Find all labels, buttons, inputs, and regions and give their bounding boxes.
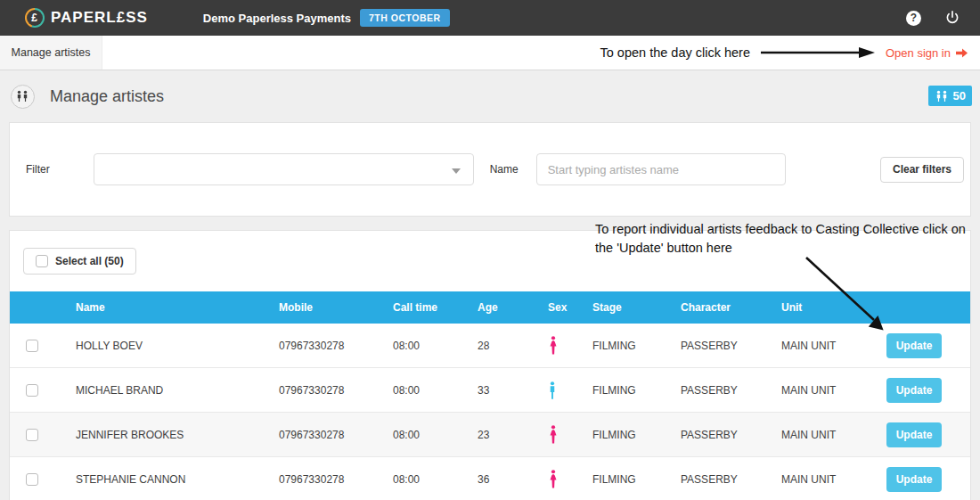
column-header-age: Age <box>456 301 512 314</box>
name-search-input[interactable] <box>536 153 786 185</box>
artist-age: 33 <box>456 384 512 397</box>
artist-name: STEPHANIE CANNON <box>54 473 257 486</box>
power-icon[interactable] <box>944 10 960 26</box>
row-checkbox[interactable] <box>26 429 38 441</box>
artist-unit: MAIN UNIT <box>760 384 858 397</box>
artist-name: JENNIFER BROOKES <box>54 429 257 441</box>
artist-unit: MAIN UNIT <box>760 473 858 486</box>
table-row: MICHAEL BRAND 07967330278 08:00 33 FILMI… <box>10 368 970 413</box>
paperless-pound-icon: £ <box>25 8 45 28</box>
update-button[interactable]: Update <box>886 378 943 403</box>
name-label: Name <box>490 163 519 176</box>
artist-stage: FILMING <box>571 473 659 486</box>
male-icon <box>512 381 571 399</box>
date-badge: 7TH OCTOBER <box>360 9 450 27</box>
artist-character: PASSERBY <box>659 429 760 441</box>
right-arrow-icon <box>956 48 968 58</box>
open-day-hint: To open the day click here <box>600 45 750 60</box>
artist-stage: FILMING <box>571 429 659 441</box>
filter-select[interactable] <box>94 153 474 185</box>
female-icon <box>512 336 571 355</box>
artist-count-badge: 50 <box>928 86 972 106</box>
row-checkbox[interactable] <box>26 340 38 352</box>
artists-icon <box>11 85 35 109</box>
column-header-mobile: Mobile <box>257 301 372 314</box>
app-title: Demo Paperless Payments <box>203 12 351 25</box>
female-icon <box>512 425 571 444</box>
artist-unit: MAIN UNIT <box>760 429 858 441</box>
select-all-label: Select all (50) <box>55 255 124 267</box>
clear-filters-button[interactable]: Clear filters <box>880 157 964 183</box>
artist-mobile: 07967330278 <box>257 384 372 397</box>
female-icon <box>512 470 571 488</box>
subnav-right: To open the day click here Open sign in <box>600 36 980 70</box>
artist-age: 23 <box>456 429 512 441</box>
filter-label: Filter <box>26 163 50 176</box>
row-checkbox[interactable] <box>26 473 38 486</box>
artist-character: PASSERBY <box>659 340 760 352</box>
artist-call-time: 08:00 <box>372 340 456 352</box>
artist-name: HOLLY BOEV <box>54 340 257 352</box>
artist-mobile: 07967330278 <box>257 473 372 486</box>
table-body: HOLLY BOEV 07967330278 08:00 28 FILMING … <box>10 324 970 500</box>
column-header-character: Character <box>659 301 760 314</box>
artist-call-time: 08:00 <box>372 384 456 397</box>
artists-count-icon <box>935 90 950 102</box>
artist-character: PASSERBY <box>659 473 760 486</box>
artist-stage: FILMING <box>571 384 659 397</box>
column-header-unit: Unit <box>760 301 858 314</box>
artist-call-time: 08:00 <box>372 473 456 486</box>
tab-manage-artistes[interactable]: Manage artistes <box>0 36 102 70</box>
chevron-down-icon <box>452 168 461 174</box>
column-header-call-time: Call time <box>372 301 456 314</box>
update-hint: To report individual artists feedback to… <box>595 220 978 258</box>
filter-panel: Filter Name Clear filters <box>9 122 971 217</box>
top-bar: £ PAPERL£SS Demo Paperless Payments 7TH … <box>0 0 980 36</box>
help-icon[interactable]: ? <box>906 11 921 26</box>
row-checkbox[interactable] <box>26 384 38 397</box>
artist-name: MICHAEL BRAND <box>54 384 257 397</box>
page-title: Manage artistes <box>50 87 164 106</box>
sub-nav: Manage artistes To open the day click he… <box>0 36 980 70</box>
topbar-icons: ? <box>906 10 960 26</box>
artist-age: 28 <box>456 340 512 352</box>
column-header-stage: Stage <box>571 301 659 314</box>
update-button[interactable]: Update <box>886 333 943 358</box>
table-row: HOLLY BOEV 07967330278 08:00 28 FILMING … <box>10 324 970 368</box>
artist-character: PASSERBY <box>659 384 760 397</box>
select-all-checkbox[interactable] <box>36 255 48 267</box>
column-header-sex: Sex <box>512 301 571 314</box>
open-sign-in-link[interactable]: Open sign in <box>886 46 968 60</box>
artist-unit: MAIN UNIT <box>760 340 858 352</box>
horizontal-arrow <box>759 46 877 59</box>
logo: £ PAPERL£SS <box>25 8 148 28</box>
artists-table-panel: Select all (50) NameMobileCall timeAgeSe… <box>9 230 971 500</box>
table-header-row: NameMobileCall timeAgeSexStageCharacterU… <box>10 291 970 324</box>
artist-mobile: 07967330278 <box>257 429 372 441</box>
app-root: £ PAPERL£SS Demo Paperless Payments 7TH … <box>0 0 980 500</box>
update-button[interactable]: Update <box>886 467 943 492</box>
select-all-button[interactable]: Select all (50) <box>23 248 136 275</box>
open-sign-in-label: Open sign in <box>886 46 951 60</box>
artist-call-time: 08:00 <box>372 429 456 441</box>
page-head: Manage artistes 50 <box>0 70 980 122</box>
logo-text: PAPERL£SS <box>51 9 148 27</box>
table-row: JENNIFER BROOKES 07967330278 08:00 23 FI… <box>10 413 970 457</box>
artist-age: 36 <box>456 473 512 486</box>
update-button[interactable]: Update <box>886 422 943 447</box>
artist-mobile: 07967330278 <box>257 340 372 352</box>
artist-stage: FILMING <box>571 340 659 352</box>
table-row: STEPHANIE CANNON 07967330278 08:00 36 FI… <box>10 457 970 500</box>
artist-count: 50 <box>953 89 966 102</box>
column-header-name: Name <box>54 301 257 314</box>
